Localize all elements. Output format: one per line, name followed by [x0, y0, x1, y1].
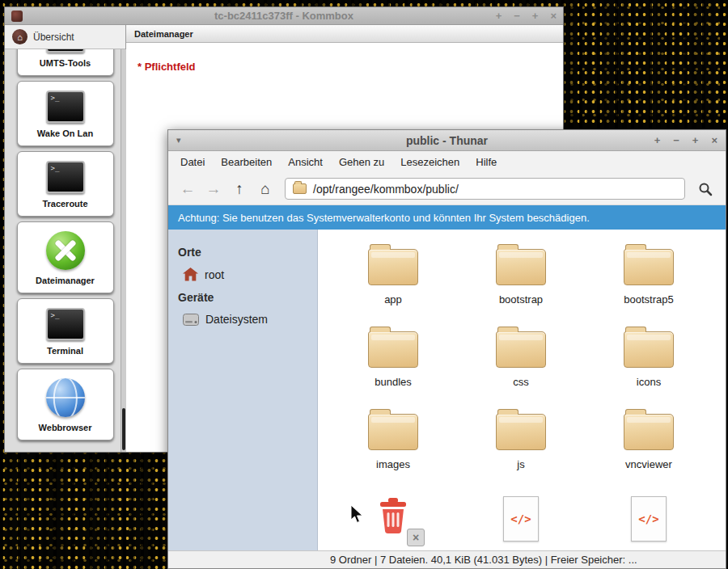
sidebar-item-label: Dateisystem	[205, 313, 268, 326]
tool-label: Webbrowser	[39, 423, 92, 432]
folder-item-js[interactable]: js	[457, 407, 585, 490]
folder-label: bootstrap	[499, 293, 543, 306]
folder-label: images	[376, 458, 410, 470]
tool-button-webbrowser[interactable]: Webbrowser	[17, 369, 114, 440]
close-button[interactable]: ×	[711, 134, 717, 146]
folder-icon	[368, 249, 418, 285]
tool-button-dateimanager[interactable]: Dateimanager	[17, 221, 114, 293]
maximize-button[interactable]: +	[692, 134, 699, 146]
globe-icon	[46, 378, 85, 417]
folder-item-app[interactable]: app	[329, 242, 457, 325]
folder-label: app	[384, 293, 402, 306]
kommbox-window-title: tc-bc2411c373ff - Kommbox	[5, 10, 563, 22]
terminal-icon	[46, 161, 85, 193]
kommbox-tool-list: UMTS-Tools Wake On Lan Traceroute Dateim…	[5, 49, 125, 452]
close-button[interactable]: ×	[550, 11, 557, 21]
menu-lesezeichen[interactable]: Lesezeichen	[392, 153, 468, 171]
file-item-html-1[interactable]: </>	[457, 490, 585, 550]
tool-label: Terminal	[47, 346, 83, 356]
home-icon: ⌂	[12, 29, 28, 44]
code-file-icon: </>	[503, 496, 539, 542]
tool-button-umts-tools[interactable]: UMTS-Tools	[17, 49, 114, 76]
home-icon[interactable]: ⌂	[254, 181, 277, 196]
menu-gehen-zu[interactable]: Gehen zu	[331, 153, 392, 171]
folder-label: icons	[637, 376, 661, 388]
terminal-icon	[46, 308, 85, 340]
shade-button[interactable]: +	[654, 134, 661, 146]
folder-item-css[interactable]: css	[457, 325, 585, 407]
folder-item-bootstrap[interactable]: bootstrap	[457, 242, 585, 325]
code-file-icon: </>	[631, 496, 667, 542]
minimize-button[interactable]: −	[673, 134, 679, 146]
folder-label: vncviewer	[625, 458, 672, 470]
folder-icon	[624, 414, 674, 450]
window-menu-icon[interactable]: ▾	[176, 135, 181, 145]
maximize-button[interactable]: +	[532, 11, 539, 21]
folder-icon	[293, 183, 307, 194]
folder-label: bundles	[375, 376, 412, 388]
kommbox-titlebar[interactable]: tc-bc2411c373ff - Kommbox + − + ×	[5, 7, 563, 25]
search-icon	[698, 182, 713, 196]
sidebar-item-label: root	[205, 268, 224, 281]
folder-item-bootstrap5[interactable]: bootstrap5	[585, 242, 713, 325]
home-icon	[183, 268, 198, 281]
folder-label: css	[513, 376, 529, 388]
tool-label: Traceroute	[42, 199, 87, 209]
devices-header: Geräte	[178, 291, 317, 304]
kommbox-window-controls: + − + ×	[496, 11, 557, 21]
folder-icon	[624, 249, 674, 285]
thunar-window-controls: + − + ×	[654, 134, 717, 146]
menu-bearbeiten[interactable]: Bearbeiten	[213, 153, 280, 171]
minimize-button[interactable]: −	[514, 11, 520, 21]
thunar-menubar: Datei Bearbeiten Ansicht Gehen zu Leseze…	[168, 151, 726, 173]
search-button[interactable]	[693, 182, 717, 196]
tool-button-terminal[interactable]: Terminal	[17, 298, 114, 364]
folder-item-bundles[interactable]: bundles	[329, 325, 457, 407]
scrollbar-thumb[interactable]	[122, 408, 125, 450]
root-warning-banner: Achtung: Sie benutzen das Systemverwalte…	[168, 205, 726, 230]
kommbox-app-icon	[11, 11, 23, 22]
thunar-toolbar: ← → ↑ ⌂ /opt/rangee/kommbox/public/	[168, 173, 726, 205]
sidebar-item-root[interactable]: root	[178, 264, 317, 284]
menu-datei[interactable]: Datei	[172, 153, 213, 171]
folder-icon	[624, 331, 674, 368]
thunar-titlebar[interactable]: ▾ public - Thunar + − + ×	[168, 130, 726, 151]
terminal-icon	[46, 91, 85, 123]
thunar-body: Orte root Geräte Dateisystem	[168, 230, 726, 550]
folder-item-vncviewer[interactable]: vncviewer	[585, 407, 713, 490]
folder-item-icons[interactable]: icons	[585, 325, 713, 407]
thunar-window: ▾ public - Thunar + − + × Datei Bearbeit…	[167, 129, 726, 569]
tab-dateimanager[interactable]: Dateimanager	[126, 25, 563, 43]
kommbox-sidebar: ⌂ Übersicht UMTS-Tools Wake On Lan Trace…	[5, 25, 126, 452]
desktop: tc-bc2411c373ff - Kommbox + − + × ⌂ Über…	[0, 0, 728, 569]
path-bar[interactable]: /opt/rangee/kommbox/public/	[285, 178, 685, 200]
shade-button[interactable]: +	[496, 11, 502, 21]
forward-icon[interactable]: →	[202, 181, 225, 196]
required-field-note: * Pflichtfeld	[138, 61, 196, 73]
folder-icon	[368, 414, 418, 450]
file-item-trash-image[interactable]: ×	[329, 490, 457, 550]
overview-button[interactable]: ⌂ Übersicht	[5, 25, 125, 49]
menu-hilfe[interactable]: Hilfe	[468, 153, 505, 171]
sidebar-item-dateisystem[interactable]: Dateisystem	[178, 310, 317, 329]
up-icon[interactable]: ↑	[228, 181, 251, 196]
thunar-window-title: public - Thunar	[168, 134, 726, 147]
close-icon[interactable]: ×	[407, 529, 425, 546]
drive-icon	[183, 314, 199, 326]
tool-label: Wake On Lan	[37, 129, 93, 138]
tools-icon	[46, 231, 85, 270]
mouse-cursor	[350, 504, 364, 527]
sidebar-scrollbar[interactable]	[121, 49, 126, 452]
status-text: 9 Ordner | 7 Dateien. 40,1 KiB (41.031 B…	[330, 554, 637, 566]
folder-label: bootstrap5	[624, 293, 673, 306]
file-item-html-2[interactable]: </>	[585, 490, 713, 550]
back-icon[interactable]: ←	[176, 181, 199, 196]
path-text: /opt/rangee/kommbox/public/	[313, 183, 459, 196]
tool-button-traceroute[interactable]: Traceroute	[17, 151, 114, 217]
folder-icon	[496, 414, 546, 450]
folder-icon	[496, 249, 546, 285]
folder-item-images[interactable]: images	[329, 407, 457, 490]
menu-ansicht[interactable]: Ansicht	[280, 153, 331, 171]
tool-button-wake-on-lan[interactable]: Wake On Lan	[17, 81, 114, 146]
file-grid: app bootstrap bootstrap5 bundles css	[318, 230, 726, 550]
